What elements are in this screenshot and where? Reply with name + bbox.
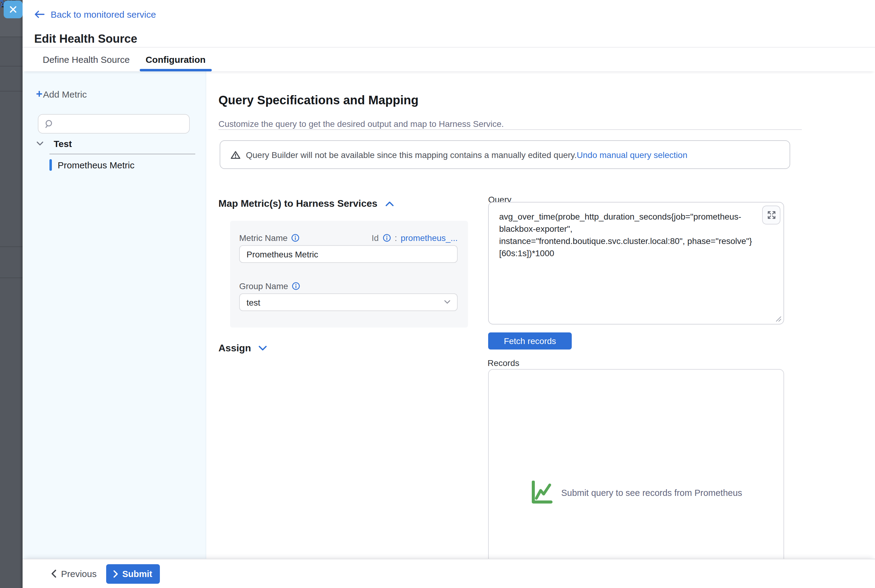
chart-icon bbox=[530, 481, 555, 505]
metric-group-test[interactable]: Test bbox=[37, 138, 72, 149]
previous-button[interactable]: Previous bbox=[51, 568, 97, 579]
info-icon[interactable] bbox=[291, 234, 300, 242]
records-label: Records bbox=[488, 358, 519, 368]
plus-icon: + bbox=[36, 88, 42, 99]
chevron-down-icon bbox=[37, 141, 44, 146]
background-divider bbox=[0, 278, 23, 278]
resize-handle[interactable] bbox=[776, 316, 782, 322]
records-empty-text: Submit query to see records from Prometh… bbox=[561, 488, 742, 498]
group-name-value: test bbox=[246, 297, 260, 307]
query-editor[interactable]: avg_over_time(probe_http_duration_second… bbox=[488, 202, 784, 324]
undo-manual-query-link[interactable]: Undo manual query selection bbox=[576, 150, 687, 159]
group-name-select[interactable]: test bbox=[239, 293, 458, 311]
id-value-link[interactable]: prometheus_... bbox=[401, 233, 458, 243]
info-icon[interactable] bbox=[292, 282, 300, 290]
group-name-label: Group Name bbox=[239, 281, 288, 291]
background-divider bbox=[0, 91, 23, 92]
query-specifications-section: Query Specifications and Mapping Customi… bbox=[206, 71, 875, 559]
background-divider bbox=[0, 246, 23, 247]
search-icon bbox=[45, 119, 54, 128]
modal-header: Back to monitored service Edit Health So… bbox=[23, 0, 875, 47]
warning-icon bbox=[231, 150, 240, 159]
previous-button-label: Previous bbox=[61, 568, 97, 579]
add-metric-button[interactable]: + Add Metric bbox=[36, 88, 87, 99]
assign-heading: Assign bbox=[218, 343, 251, 354]
map-metrics-heading: Map Metric(s) to Harness Services bbox=[218, 198, 377, 209]
metric-mapping-card: Metric Name Id bbox=[230, 221, 468, 327]
submit-button-label: Submit bbox=[122, 569, 152, 579]
metric-name-label: Metric Name bbox=[239, 233, 288, 243]
metric-search bbox=[38, 114, 190, 134]
metric-item-label: Prometheus Metric bbox=[58, 159, 135, 170]
tab-configuration-label: Configuration bbox=[146, 54, 206, 64]
close-button[interactable] bbox=[4, 1, 23, 18]
background-divider bbox=[0, 37, 23, 37]
section-heading: Query Specifications and Mapping bbox=[218, 93, 419, 107]
tab-configuration[interactable]: Configuration bbox=[146, 48, 206, 71]
chevron-down-icon bbox=[444, 300, 450, 304]
expand-query-button[interactable] bbox=[762, 206, 780, 225]
page-title: Edit Health Source bbox=[34, 32, 137, 46]
section-divider bbox=[218, 129, 802, 130]
group-divider bbox=[50, 154, 195, 154]
metric-search-input[interactable] bbox=[59, 118, 174, 129]
modal-content: + Add Metric Test bbox=[23, 71, 875, 559]
fullscreen-icon bbox=[766, 210, 776, 220]
modal-footer: Previous Submit bbox=[23, 559, 875, 588]
chevron-left-icon bbox=[51, 570, 56, 578]
tab-bar: Define Health Source Configuration bbox=[23, 47, 875, 71]
active-tab-underline bbox=[140, 69, 212, 71]
assign-collapse-toggle[interactable]: Assign bbox=[218, 343, 267, 354]
id-separator: : bbox=[395, 233, 397, 243]
back-arrow-icon bbox=[34, 10, 45, 18]
metrics-sidebar: + Add Metric Test bbox=[23, 71, 206, 559]
background-overlay: nt x_dev s C view ealth S AME rom Add bbox=[0, 0, 23, 588]
records-panel: Submit query to see records from Prometh… bbox=[488, 369, 784, 559]
edit-health-source-dialog: nt x_dev s C view ealth S AME rom Add Ba… bbox=[0, 0, 875, 588]
submit-button[interactable]: Submit bbox=[107, 564, 159, 584]
back-link[interactable]: Back to monitored service bbox=[34, 9, 156, 20]
chevron-right-icon bbox=[114, 570, 118, 578]
section-subheading: Customize the query to get the desired o… bbox=[218, 119, 504, 129]
back-link-label: Back to monitored service bbox=[51, 9, 156, 20]
background-divider bbox=[0, 66, 23, 66]
records-empty-state: Submit query to see records from Prometh… bbox=[489, 481, 783, 505]
warning-text: Query Builder will not be available sinc… bbox=[246, 150, 576, 159]
warning-banner: Query Builder will not be available sinc… bbox=[220, 140, 790, 169]
fetch-records-button[interactable]: Fetch records bbox=[488, 332, 572, 350]
chevron-down-icon bbox=[259, 346, 267, 351]
id-label: Id bbox=[372, 233, 379, 243]
modal: Back to monitored service Edit Health So… bbox=[23, 0, 875, 588]
query-text: avg_over_time(probe_http_duration_second… bbox=[499, 211, 765, 260]
metric-name-input[interactable] bbox=[239, 245, 458, 263]
selected-indicator-bar bbox=[50, 159, 51, 171]
add-metric-label: Add Metric bbox=[43, 89, 87, 99]
map-metrics-collapse-toggle[interactable]: Map Metric(s) to Harness Services bbox=[218, 198, 393, 209]
tab-define-health-source[interactable]: Define Health Source bbox=[43, 48, 130, 71]
info-icon[interactable] bbox=[382, 234, 391, 242]
close-icon bbox=[9, 6, 17, 14]
chevron-up-icon bbox=[385, 201, 393, 206]
metric-group-label: Test bbox=[54, 138, 72, 149]
metric-item-prometheus[interactable]: Prometheus Metric bbox=[50, 158, 135, 171]
